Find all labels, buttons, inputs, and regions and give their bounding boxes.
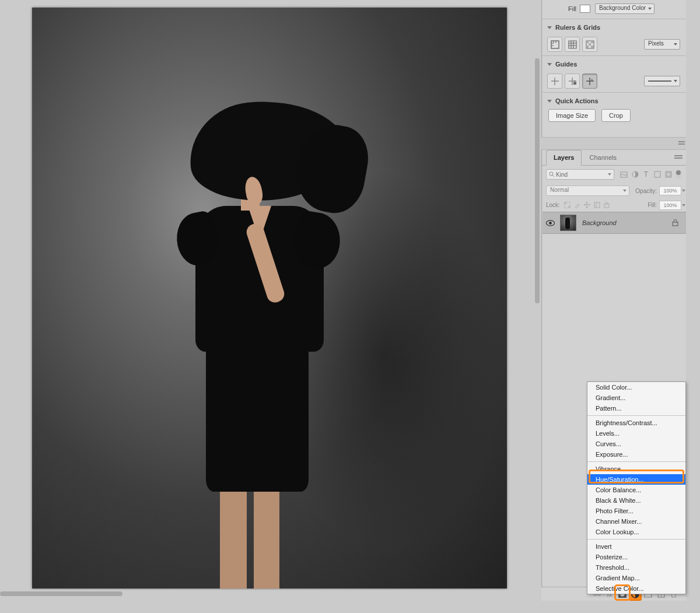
subject-figure — [160, 101, 359, 589]
svg-rect-5 — [586, 45, 589, 48]
filter-type-icon[interactable]: T — [641, 170, 651, 180]
lock-artboard-icon[interactable] — [592, 200, 602, 210]
svg-rect-0 — [551, 41, 559, 48]
canvas-scrollbar-vertical[interactable] — [534, 0, 541, 588]
svg-rect-13 — [654, 171, 660, 177]
rulers-grids-header[interactable]: Rulers & Grids — [541, 20, 686, 34]
adj-menu-item[interactable]: Gradient Map... — [587, 573, 685, 583]
adj-menu-item[interactable]: Vibrance... — [587, 464, 685, 474]
lock-guides-button[interactable] — [565, 73, 580, 89]
svg-rect-7 — [573, 82, 576, 85]
guides-title: Guides — [555, 61, 577, 68]
fill-opacity-label: Fill: — [648, 202, 657, 208]
adj-menu-item[interactable]: Selective Color... — [587, 583, 685, 594]
layer-filter-row: Kind T — [541, 166, 686, 183]
lock-row: Lock: Fill: 100% — [541, 198, 686, 212]
filter-kind-label: Kind — [556, 171, 568, 178]
adjustment-layer-menu[interactable]: Solid Color...Gradient...Pattern...Brigh… — [587, 381, 686, 594]
filter-smart-icon[interactable] — [663, 170, 673, 180]
toggle-ruler-button[interactable] — [547, 37, 562, 52]
filter-toggle[interactable] — [676, 170, 681, 179]
tab-layers[interactable]: Layers — [546, 150, 582, 166]
svg-point-22 — [549, 222, 552, 225]
fill-label: Fill — [568, 5, 576, 12]
panel-gap — [541, 137, 686, 150]
lock-transparent-icon[interactable] — [562, 200, 572, 210]
blend-mode-select[interactable]: Normal — [546, 185, 629, 196]
rulers-grids-title: Rulers & Grids — [555, 24, 600, 31]
blend-mode-row: Normal Opacity: 100% — [541, 183, 686, 198]
toggle-transparency-grid-button[interactable] — [582, 37, 597, 52]
adj-menu-item[interactable]: Levels... — [587, 428, 685, 439]
layer-filter-kind-select[interactable]: Kind — [546, 169, 614, 180]
fill-swatch[interactable] — [580, 5, 590, 13]
crop-button[interactable]: Crop — [601, 109, 631, 122]
layer-thumbnail[interactable] — [560, 215, 576, 231]
filter-adjustment-icon[interactable] — [630, 170, 640, 180]
ruler-units-select[interactable]: Pixels — [644, 39, 680, 50]
quick-actions-title: Quick Actions — [555, 97, 598, 104]
adj-menu-item[interactable]: Channel Mixer... — [587, 516, 685, 527]
guide-style-select[interactable] — [644, 76, 680, 86]
canvas-area — [0, 0, 541, 601]
adj-menu-item[interactable]: Gradient... — [587, 393, 685, 403]
svg-line-10 — [552, 175, 554, 177]
adj-menu-item[interactable]: Black & White... — [587, 495, 685, 506]
adj-menu-item[interactable]: Brightness/Contrast... — [587, 418, 685, 428]
guides-header[interactable]: Guides — [541, 57, 686, 71]
image-size-button[interactable]: Image Size — [548, 109, 596, 122]
lock-position-icon[interactable] — [582, 200, 592, 210]
lock-pixels-icon[interactable] — [572, 200, 582, 210]
canvas-scrollbar-horizontal[interactable] — [0, 590, 541, 598]
svg-rect-4 — [589, 43, 591, 45]
svg-rect-15 — [667, 173, 670, 176]
adj-menu-item[interactable]: Solid Color... — [587, 382, 685, 393]
document-canvas[interactable] — [32, 8, 507, 589]
lock-all-icon[interactable] — [602, 200, 612, 210]
new-guide-button[interactable] — [547, 73, 562, 89]
rulers-grids-row: Pixels — [541, 34, 686, 54]
layer-row[interactable]: Background — [541, 212, 686, 234]
filter-pixel-icon[interactable] — [619, 170, 629, 180]
fill-mode-select[interactable]: Background Color — [595, 3, 654, 14]
layers-channels-tabs: Layers Channels — [541, 150, 686, 166]
quick-actions-row: Image Size Crop — [541, 108, 686, 125]
chevron-down-icon — [547, 63, 552, 66]
guides-row — [541, 71, 686, 91]
panel-menu-icon[interactable] — [674, 155, 682, 160]
svg-rect-17 — [564, 202, 566, 204]
opacity-label: Opacity: — [635, 188, 657, 194]
smart-guides-button[interactable] — [582, 73, 597, 89]
adj-menu-item[interactable]: Photo Filter... — [587, 506, 685, 516]
adj-menu-item[interactable]: Hue/Saturation... — [587, 474, 685, 485]
adj-menu-item[interactable]: Color Balance... — [587, 485, 685, 495]
visibility-toggle-icon[interactable] — [546, 220, 556, 226]
fill-opacity-field[interactable]: 100% — [659, 201, 681, 210]
svg-rect-20 — [604, 204, 609, 208]
svg-rect-3 — [591, 41, 593, 43]
adj-menu-item[interactable]: Exposure... — [587, 449, 685, 460]
adj-menu-item[interactable]: Pattern... — [587, 403, 685, 414]
layer-lock-icon[interactable] — [672, 219, 681, 226]
adj-menu-item[interactable]: Invert — [587, 541, 685, 552]
layer-name[interactable]: Background — [582, 219, 672, 226]
panel-collapse-icon[interactable] — [678, 140, 685, 146]
adj-menu-item[interactable]: Color Lookup... — [587, 527, 685, 537]
quick-actions-header[interactable]: Quick Actions — [541, 94, 686, 108]
menu-separator — [587, 461, 685, 462]
svg-rect-6 — [591, 45, 593, 48]
fill-row: Fill Background Color — [541, 0, 686, 17]
layers-list: Background — [541, 212, 686, 234]
adj-menu-item[interactable]: Posterize... — [587, 552, 685, 562]
tab-channels[interactable]: Channels — [582, 150, 624, 165]
adj-menu-item[interactable]: Curves... — [587, 439, 685, 449]
chevron-down-icon — [547, 26, 552, 29]
svg-rect-19 — [594, 202, 600, 208]
filter-shape-icon[interactable] — [652, 170, 662, 180]
adj-menu-item[interactable]: Threshold... — [587, 562, 685, 573]
svg-rect-2 — [586, 41, 589, 43]
svg-rect-18 — [568, 206, 570, 208]
svg-rect-23 — [673, 222, 678, 226]
opacity-field[interactable]: 100% — [659, 186, 681, 195]
toggle-grid-button[interactable] — [565, 37, 580, 52]
